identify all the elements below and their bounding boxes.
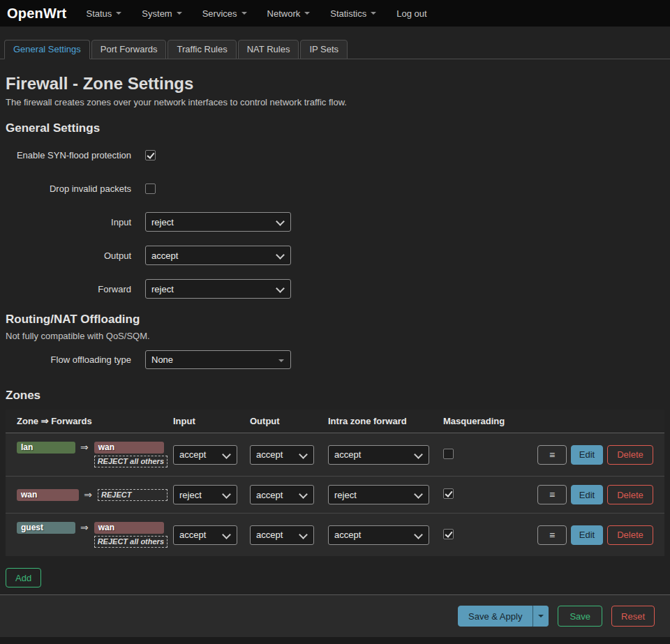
page-description: The firewall creates zones over your net… xyxy=(6,97,664,107)
menu-item-logout[interactable]: Log out xyxy=(396,8,426,19)
forward-policy-row: Forward reject xyxy=(6,279,664,299)
drop-invalid-row: Drop invalid packets xyxy=(6,179,664,198)
forward-policy-note: REJECT all others xyxy=(94,456,168,467)
edit-button[interactable]: Edit xyxy=(571,445,603,465)
forward-policy-select[interactable]: reject xyxy=(145,279,291,299)
input-policy-select[interactable]: reject xyxy=(145,212,291,232)
save-apply-split-button: Save & Apply xyxy=(458,606,549,627)
save-apply-button[interactable]: Save & Apply xyxy=(458,606,533,627)
col-output: Output xyxy=(244,410,322,433)
zone-cell: lan ⇒ wan REJECT all others xyxy=(6,442,168,467)
output-cell: accept xyxy=(244,485,322,504)
menu-item-label: Status xyxy=(86,8,112,19)
offloading-heading: Routing/NAT Offloading xyxy=(6,313,664,327)
delete-button[interactable]: Delete xyxy=(607,485,653,504)
flow-offloading-dropdown[interactable]: None xyxy=(145,350,291,369)
zones-table: Zone ⇒ Forwards Input Output Intra zone … xyxy=(6,410,664,556)
row-actions: ≡ Edit Delete xyxy=(532,485,664,504)
zone-cell: wan ⇒ REJECT xyxy=(6,489,168,501)
zone-input-select[interactable]: reject xyxy=(173,485,237,504)
zone-badge-lan: lan xyxy=(17,442,75,454)
zone-intra-select[interactable]: accept xyxy=(328,525,429,545)
zone-output-select[interactable]: accept xyxy=(250,445,314,465)
input-cell: reject xyxy=(168,485,244,504)
page-bottom-strip xyxy=(0,637,670,644)
syn-flood-label: Enable SYN-flood protection xyxy=(6,150,131,160)
tab-port-forwards[interactable]: Port Forwards xyxy=(91,40,167,59)
chevron-down-icon xyxy=(278,359,284,362)
tab-traffic-rules[interactable]: Traffic Rules xyxy=(168,40,236,59)
reset-button[interactable]: Reset xyxy=(611,606,655,627)
firewall-tabbar: General Settings Port Forwards Traffic R… xyxy=(0,40,670,59)
row-actions: ≡ Edit Delete xyxy=(532,445,664,465)
footer-action-bar: Save & Apply Save Reset xyxy=(0,594,670,637)
delete-button[interactable]: Delete xyxy=(607,445,653,465)
output-policy-select[interactable]: accept xyxy=(145,246,291,265)
tab-general-settings[interactable]: General Settings xyxy=(4,40,90,59)
masquerading-checkbox[interactable] xyxy=(443,529,454,539)
forward-arrow: ⇒ xyxy=(80,522,89,534)
tab-ip-sets[interactable]: IP Sets xyxy=(300,40,348,59)
col-masquerading: Masquerading xyxy=(438,410,532,433)
table-row-lan: lan ⇒ wan REJECT all others accept accep… xyxy=(6,433,664,476)
save-button[interactable]: Save xyxy=(558,606,602,627)
add-zone-button[interactable]: Add xyxy=(6,568,41,587)
intra-cell: accept xyxy=(322,445,438,465)
menu-item-network[interactable]: Network xyxy=(267,8,311,19)
zone-intra-select[interactable]: accept xyxy=(328,445,429,465)
input-cell: accept xyxy=(168,445,244,465)
general-settings-heading: General Settings xyxy=(6,121,664,135)
input-policy-row: Input reject xyxy=(6,212,664,232)
row-actions: ≡ Edit Delete xyxy=(532,525,664,545)
edit-button[interactable]: Edit xyxy=(571,485,603,504)
menu-item-label: Log out xyxy=(396,8,426,19)
forward-arrow: ⇒ xyxy=(80,442,89,454)
flow-offloading-label: Flow offloading type xyxy=(6,354,131,365)
forward-arrow: ⇒ xyxy=(84,489,92,501)
col-intra-zone-forward: Intra zone forward xyxy=(322,410,438,433)
sort-handle-button[interactable]: ≡ xyxy=(537,525,567,545)
zone-badge-wan: wan xyxy=(94,442,164,454)
save-apply-menu-button[interactable] xyxy=(533,606,549,627)
masquerading-checkbox[interactable] xyxy=(443,488,454,499)
sort-handle-button[interactable]: ≡ xyxy=(537,445,567,465)
zones-table-header: Zone ⇒ Forwards Input Output Intra zone … xyxy=(6,410,664,433)
zone-intra-select[interactable]: reject xyxy=(328,485,429,504)
zone-badge-wan: wan xyxy=(17,489,79,501)
input-policy-label: Input xyxy=(6,217,131,227)
menu-item-statistics[interactable]: Statistics xyxy=(330,8,376,19)
zone-output-select[interactable]: accept xyxy=(250,525,314,545)
chevron-down-icon xyxy=(538,615,544,617)
masquerading-checkbox[interactable] xyxy=(443,449,454,459)
zone-badge-guest: guest xyxy=(17,522,75,534)
zones-heading: Zones xyxy=(6,389,664,403)
syn-flood-checkbox[interactable] xyxy=(145,150,156,160)
menu-item-label: Statistics xyxy=(330,8,366,19)
input-cell: accept xyxy=(168,525,244,545)
delete-button[interactable]: Delete xyxy=(607,525,653,545)
flow-offloading-value: None xyxy=(151,354,173,365)
intra-cell: reject xyxy=(322,485,438,504)
tab-nat-rules[interactable]: NAT Rules xyxy=(238,40,299,59)
masquerading-cell xyxy=(438,488,532,501)
zone-input-select[interactable]: accept xyxy=(173,525,237,545)
forward-policy-label: Forward xyxy=(6,284,131,294)
flow-offloading-row: Flow offloading type None xyxy=(6,350,664,369)
page-title: Firewall - Zone Settings xyxy=(6,74,664,93)
chevron-down-icon xyxy=(177,12,182,15)
drop-invalid-checkbox[interactable] xyxy=(145,184,156,194)
brand-logo: OpenWrt xyxy=(7,6,66,22)
menu-item-services[interactable]: Services xyxy=(202,8,247,19)
table-row-guest: guest ⇒ wan REJECT all others accept acc… xyxy=(6,513,664,556)
zone-input-select[interactable]: accept xyxy=(173,445,237,465)
edit-button[interactable]: Edit xyxy=(571,525,603,545)
menu-item-label: System xyxy=(142,8,172,19)
zone-output-select[interactable]: accept xyxy=(250,485,314,504)
output-policy-row: Output accept xyxy=(6,246,664,265)
zone-cell: guest ⇒ wan REJECT all others xyxy=(6,522,168,548)
menu-item-system[interactable]: System xyxy=(142,8,181,19)
sort-handle-button[interactable]: ≡ xyxy=(537,485,567,504)
menu-item-status[interactable]: Status xyxy=(86,8,121,19)
top-navbar: OpenWrt Status System Services Network S… xyxy=(0,0,670,27)
output-policy-label: Output xyxy=(6,250,131,261)
